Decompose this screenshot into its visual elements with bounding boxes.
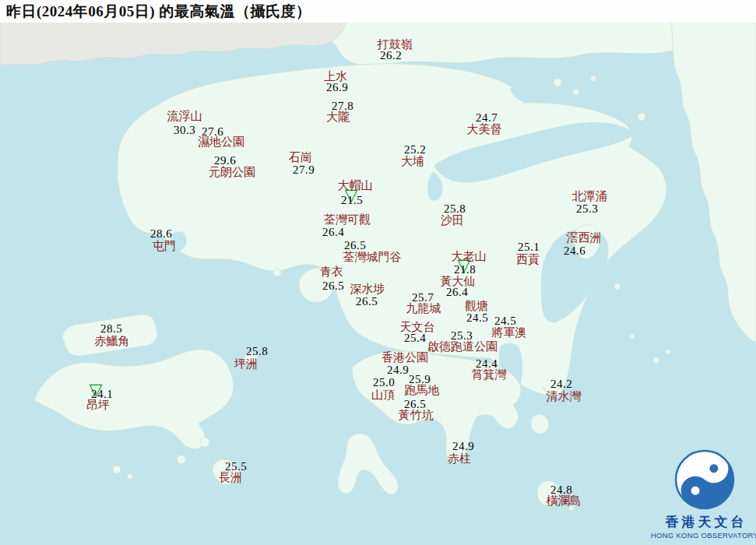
map-container: 香港天文台 HONG KONG OBSERVATORY 打鼓嶺26.2上水26.…: [0, 0, 756, 545]
island-tap-mun: [638, 113, 645, 121]
island-peng-chau: [244, 353, 258, 364]
island-shelter: [614, 283, 621, 290]
island-hei-ling-chau: [200, 438, 209, 447]
island-kat-o-1: [554, 79, 561, 86]
island-kat-o-3: [591, 76, 596, 82]
island-shek-kwu-chau: [178, 455, 186, 464]
title-bar: 昨日(2024年06月05日) 的最高氣溫（攝氏度）: [0, 0, 756, 23]
island-ninepin-2: [666, 350, 670, 354]
logo-name-en: HONG KONG OBSERVATORY: [651, 531, 756, 540]
island-waglan: [569, 506, 574, 511]
island-kat-o-2: [573, 89, 579, 95]
logo-name-zh: 香港天文台: [665, 515, 747, 529]
island-ninepin-1: [653, 357, 659, 364]
page-title: 昨日(2024年06月05日) 的最高氣溫（攝氏度）: [6, 2, 311, 22]
island-soko-2: [128, 474, 133, 480]
island-bluff: [630, 334, 635, 339]
hong-kong-map: 香港天文台 HONG KONG OBSERVATORY: [0, 0, 756, 545]
island-tung-lung: [531, 415, 549, 434]
island-ma-wan: [273, 269, 281, 276]
island-tsing-yi: [299, 269, 333, 303]
island-soko-1: [113, 466, 121, 473]
